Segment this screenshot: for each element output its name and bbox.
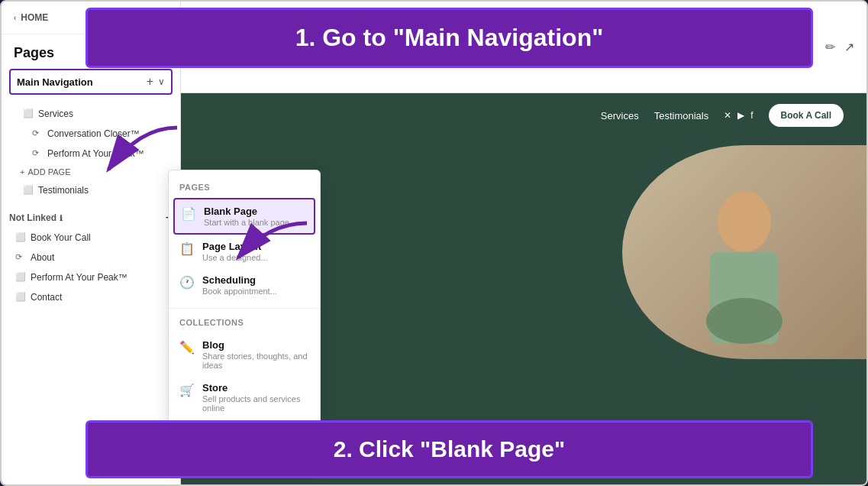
popup-item-layout-text: Page Layout Use a designed... [202,241,268,262]
nav-item-conversation-closer[interactable]: ⟳ Conversation Closer™ [2,124,180,144]
nav-item-label: Perform At Your Peak™ [31,272,127,283]
blank-page-icon: 📄 [181,206,196,221]
nav-item-label: Conversation Closer™ [47,128,140,139]
nav-item-label: Testimonials [38,185,89,196]
add-page-label: ADD PAGE [27,167,70,177]
main-navigation-section[interactable]: Main Navigation + ∨ [9,69,173,95]
step-1-banner: 1. Go to "Main Navigation" [86,8,813,68]
popup-item-blank-page[interactable]: 📄 Blank Page Start with a blank page [173,198,315,235]
popup-collections-title: Collections [169,315,320,333]
step-1-text: 1. Go to "Main Navigation" [295,24,604,51]
pages-title: Pages [14,45,54,61]
page-layout-icon: 📋 [179,241,195,256]
step-2-text: 2. Click "Blank Page" [334,436,566,462]
nav-item-label: Services [38,109,73,119]
popup-item-blank-page-text: Blank Page Start with a blank page [204,206,289,227]
nav-item-services[interactable]: ⬜ Services [2,104,180,124]
nav-link-services[interactable]: Services [601,110,639,122]
popup-item-subtitle: Use a designed... [202,253,268,262]
home-label: HOME [21,12,48,23]
main-nav-header: Main Navigation + ∨ [17,75,165,89]
book-call-button[interactable]: Book A Call [769,104,844,127]
popup-item-title: Store [202,382,309,394]
popup-item-subtitle: Sell products and services online [202,394,309,413]
nav-item-about[interactable]: ⟳ About [9,248,173,267]
page-icon: ⬜ [15,232,26,243]
twitter-icon[interactable]: ✕ [724,110,731,121]
main-nav-label: Main Navigation [17,76,93,88]
blog-icon: ✏️ [179,340,195,355]
info-icon: ℹ [60,214,63,222]
page-icon: ⬜ [23,109,34,119]
website-nav-links: Services Testimonials ✕ ▶ f Book A Call [601,104,844,127]
step-2-banner: 2. Click "Blank Page" [86,420,813,478]
nav-item-contact[interactable]: ⬜ Contact [9,287,173,307]
nav-link-testimonials[interactable]: Testimonials [654,110,709,122]
social-icons: ✕ ▶ f [724,110,753,121]
chevron-down-icon[interactable]: ∨ [158,76,165,87]
popup-item-title: Page Layout [202,241,268,252]
not-linked-label: Not Linked ℹ [9,212,63,223]
main-nav-actions: + ∨ [147,75,165,89]
nav-item-label: Perform At Your Peak™ [47,148,144,159]
person-image [622,145,866,359]
pencil-icon[interactable]: ✏ [825,40,835,54]
link-icon: ⟳ [15,252,26,263]
popup-divider [169,308,320,309]
popup-item-subtitle: Start with a blank page [204,218,289,227]
link-icon: ⟳ [32,148,43,159]
not-linked-section: Not Linked ℹ + ⬜ Book Your Call ⟳ About … [2,206,180,312]
nav-item-book-your-call[interactable]: ⬜ Book Your Call [9,228,173,248]
popup-item-scheduling[interactable]: 🕐 Scheduling Book appointment... [169,268,320,302]
page-icon: ⬜ [15,272,26,283]
store-icon: 🛒 [179,383,195,397]
popup-item-subtitle: Book appointment... [202,287,277,296]
not-linked-header: Not Linked ℹ + [9,211,173,225]
page-icon: ⬜ [23,185,34,196]
nav-item-label: Book Your Call [31,232,91,243]
popup-pages-section-title: Pages [169,180,320,198]
external-link-icon[interactable]: ↗ [844,40,854,54]
popup-item-page-layout[interactable]: 📋 Page Layout Use a designed... [169,235,320,268]
hero-image [622,145,866,359]
nav-item-label: Contact [31,292,62,303]
nav-item-perform-peak-2[interactable]: ⬜ Perform At Your Peak™ [9,267,173,287]
screenshot-frame: 1. Go to "Main Navigation" ‹ HOME Pages … [0,0,868,486]
popup-item-title: Blank Page [204,206,289,217]
add-nav-item-icon[interactable]: + [147,75,153,89]
not-linked-text: Not Linked [9,212,56,223]
page-icon: ⬜ [15,292,26,303]
nav-item-perform-at-your-peak[interactable]: ⟳ Perform At Your Peak™ [2,144,180,164]
sidebar: ‹ HOME Pages 🔍 Main Navigation + ∨ ⬜ Ser… [2,2,181,486]
popup-item-subtitle: Share stories, thoughts, and ideas [202,352,309,370]
nav-item-testimonials[interactable]: ⬜ Testimonials [2,180,180,200]
popup-item-title: Scheduling [202,274,277,286]
plus-icon: + [20,167,24,177]
back-arrow-icon: ‹ [14,14,16,22]
person-svg [668,168,821,359]
popup-item-blog-text: Blog Share stories, thoughts, and ideas [202,339,309,370]
svg-point-2 [706,298,782,344]
scheduling-icon: 🕐 [179,275,195,290]
add-page-button[interactable]: + ADD PAGE [2,164,180,180]
popup-item-blog[interactable]: ✏️ Blog Share stories, thoughts, and ide… [169,333,320,376]
popup-item-scheduling-text: Scheduling Book appointment... [202,274,277,296]
link-icon: ⟳ [32,128,43,139]
popup-item-store[interactable]: 🛒 Store Sell products and services onlin… [169,376,320,419]
youtube-icon[interactable]: ▶ [737,110,744,121]
popup-item-store-text: Store Sell products and services online [202,382,309,413]
popup-item-title: Blog [202,339,309,351]
nav-item-label: About [31,252,54,263]
facebook-icon[interactable]: f [750,110,753,121]
not-linked-items-list: ⬜ Book Your Call ⟳ About ⬜ Perform At Yo… [9,228,173,307]
svg-point-0 [718,191,771,252]
